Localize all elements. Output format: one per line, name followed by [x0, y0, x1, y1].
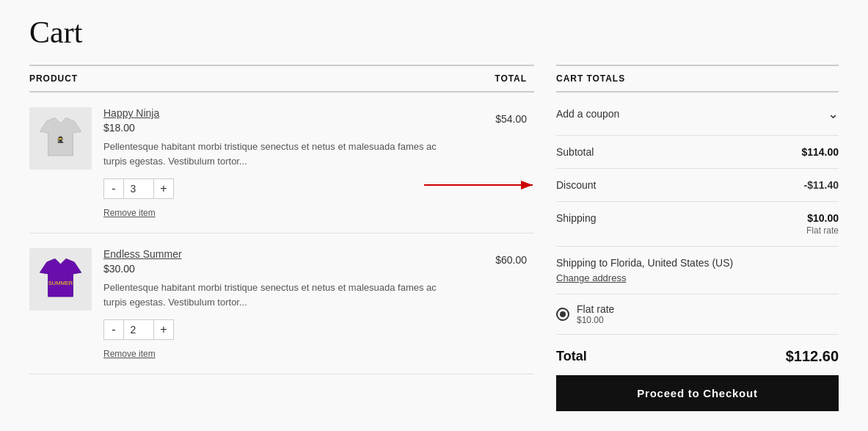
- total-row: Total $112.60: [556, 335, 839, 375]
- discount-row: Discount -$11.40: [556, 169, 839, 202]
- cart-sidebar: CART TOTALS Add a coupon ⌄ Subtotal $114…: [556, 65, 839, 411]
- shipping-address-section: Shipping to Florida, United States (US) …: [556, 247, 839, 294]
- flat-rate-option-price: $10.00: [577, 315, 614, 325]
- flat-rate-option-label: Flat rate: [577, 303, 614, 315]
- discount-label: Discount: [556, 179, 596, 191]
- product-details-happy-ninja: Happy Ninja $18.00 Pellentesque habitant…: [103, 107, 449, 218]
- header-product: PRODUCT: [29, 73, 461, 84]
- product-description-endless-summer: Pellentesque habitant morbi tristique se…: [103, 280, 449, 309]
- checkout-button[interactable]: Proceed to Checkout: [556, 375, 839, 411]
- product-image-endless-summer: SUMMER: [29, 248, 92, 311]
- subtotal-value: $114.00: [801, 146, 839, 158]
- radio-button-flat-rate[interactable]: [556, 308, 569, 321]
- product-details-endless-summer: Endless Summer $30.00 Pellentesque habit…: [103, 248, 449, 359]
- quantity-controls-happy-ninja: - +: [103, 178, 449, 199]
- cart-totals-header: CART TOTALS: [556, 65, 839, 93]
- product-name-endless-summer[interactable]: Endless Summer: [103, 248, 449, 260]
- svg-text:SUMMER: SUMMER: [48, 280, 73, 286]
- change-address-link[interactable]: Change address: [556, 272, 626, 283]
- coupon-label: Add a coupon: [556, 108, 619, 120]
- quantity-increase-happy-ninja[interactable]: +: [153, 178, 174, 199]
- shipping-details: $10.00 Flat rate: [806, 212, 839, 236]
- product-price-endless-summer: $30.00: [103, 263, 449, 275]
- flat-rate-label: Flat rate: [806, 225, 839, 236]
- quantity-input-endless-summer[interactable]: [124, 319, 153, 340]
- product-total-endless-summer: $60.00: [461, 248, 534, 266]
- shipping-to-text: Shipping to Florida, United States (US): [556, 257, 839, 269]
- quantity-increase-endless-summer[interactable]: +: [153, 319, 174, 340]
- product-name-happy-ninja[interactable]: Happy Ninja: [103, 107, 449, 119]
- total-label: Total: [556, 349, 587, 364]
- svg-text:🥷: 🥷: [56, 136, 65, 144]
- product-image-happy-ninja: 🥷: [29, 107, 92, 170]
- product-description-happy-ninja: Pellentesque habitant morbi tristique se…: [103, 140, 449, 168]
- shipping-label: Shipping: [556, 212, 597, 224]
- product-price-happy-ninja: $18.00: [103, 122, 449, 134]
- table-row: SUMMER Endless Summer $30.00 Pellentesqu…: [29, 233, 534, 374]
- remove-item-happy-ninja[interactable]: Remove item: [103, 208, 156, 218]
- cart-items-section: PRODUCT TOTAL 🥷 Happy Ninja $18.00 Pelle…: [29, 65, 534, 374]
- flat-rate-option-text: Flat rate $10.00: [577, 303, 614, 325]
- header-total: TOTAL: [461, 73, 534, 84]
- radio-inner: [560, 311, 566, 317]
- coupon-section[interactable]: Add a coupon ⌄: [556, 93, 839, 136]
- table-row: 🥷 Happy Ninja $18.00 Pellentesque habita…: [29, 93, 534, 233]
- quantity-input-happy-ninja[interactable]: [124, 178, 153, 199]
- shipping-row: Shipping $10.00 Flat rate: [556, 202, 839, 247]
- remove-item-endless-summer[interactable]: Remove item: [103, 349, 156, 359]
- shipping-value: $10.00: [806, 212, 839, 224]
- chevron-down-icon: ⌄: [828, 106, 839, 122]
- quantity-controls-endless-summer: - +: [103, 319, 449, 340]
- svg-marker-2: [40, 258, 81, 297]
- quantity-decrease-endless-summer[interactable]: -: [103, 319, 124, 340]
- cart-table-header: PRODUCT TOTAL: [29, 65, 534, 93]
- page-title: Cart: [29, 15, 839, 50]
- subtotal-row: Subtotal $114.00: [556, 136, 839, 169]
- flat-rate-option[interactable]: Flat rate $10.00: [556, 294, 839, 335]
- subtotal-label: Subtotal: [556, 146, 594, 158]
- quantity-decrease-happy-ninja[interactable]: -: [103, 178, 124, 199]
- product-total-happy-ninja: $54.00: [461, 107, 534, 125]
- total-value: $112.60: [786, 348, 839, 365]
- discount-value: -$11.40: [804, 179, 839, 191]
